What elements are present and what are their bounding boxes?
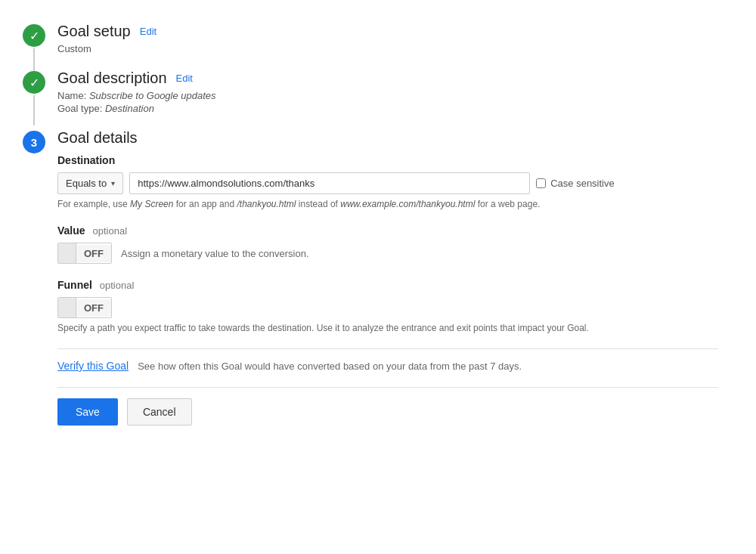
equals-to-label: Equals to [66,178,107,189]
type-value: Destination [105,103,154,114]
divider-2 [57,387,718,388]
checkmark-icon-2: ✓ [29,76,39,90]
hint-thankyou: /thankyou.html [237,199,296,209]
funnel-label: Funnel optional [57,279,718,291]
connector-line-2 [33,95,35,125]
funnel-toggle-handle [58,298,76,317]
dropdown-arrow-icon: ▾ [111,179,115,187]
step2-name: Name: Subscribe to Google updates [57,90,718,101]
step2-icon: ✓ [23,71,45,94]
hint-example: www.example.com/thankyou.html [340,199,475,209]
value-label: Value optional [57,224,718,237]
verify-goal-link[interactable]: Verify this Goal [57,360,129,372]
destination-input[interactable] [129,172,530,194]
type-label: Goal type: [57,103,102,114]
value-toggle-wrapper: OFF Assign a monetary value to the conve… [57,243,718,264]
step3-title: Goal details [57,129,138,147]
step2-header: Goal description Edit [57,70,718,87]
funnel-optional-label: optional [100,280,135,291]
step1-edit-link[interactable]: Edit [140,26,156,37]
step2-type: Goal type: Destination [57,103,718,114]
case-sensitive-row: Case sensitive [536,178,615,189]
goal-details-content: Destination Equals to ▾ Case sensitive [57,154,718,426]
funnel-toggle[interactable]: OFF [57,297,112,318]
hint-my-screen: My Screen [130,199,173,209]
funnel-section: Funnel optional OFF Specify a path you e… [57,279,718,333]
case-sensitive-label: Case sensitive [550,178,615,189]
step3-header: Goal details [57,129,718,147]
value-section: Value optional OFF Assign a monetary val… [57,224,718,264]
value-toggle-off: OFF [76,245,111,262]
funnel-toggle-off: OFF [76,299,111,317]
step3-content: Goal details Destination Equals to ▾ [57,129,718,426]
step3-container: 3 Goal details Destination Equals to ▾ [23,129,718,426]
save-button[interactable]: Save [57,398,118,426]
step1-subtitle: Custom [57,43,718,54]
case-sensitive-checkbox[interactable] [536,178,546,188]
funnel-toggle-wrapper: OFF [57,297,718,318]
funnel-description: Specify a path you expect traffic to tak… [57,323,662,333]
step2-content: Goal description Edit Name: Subscribe to… [57,70,718,116]
value-label-text: Value [57,224,85,237]
step1-content: Goal setup Edit Custom [57,23,718,56]
name-value: Subscribe to Google updates [89,90,216,101]
cancel-button[interactable]: Cancel [127,398,192,426]
steps-wrapper: ✓ Goal setup Edit Custom ✓ Goal descript… [23,15,718,426]
step1-container: ✓ Goal setup Edit Custom [23,23,718,56]
destination-label: Destination [57,154,718,166]
destination-hint: For example, use My Screen for an app an… [57,199,718,209]
equals-to-button[interactable]: Equals to ▾ [57,172,123,194]
checkmark-icon: ✓ [29,29,39,43]
step3-icon: 3 [23,131,45,153]
divider [57,348,718,349]
name-label: Name: [57,90,86,101]
step3-number: 3 [31,136,37,149]
destination-section: Destination Equals to ▾ Case sensitive [57,154,718,209]
verify-description: See how often this Goal would have conve… [138,361,522,372]
funnel-label-text: Funnel [57,279,92,291]
action-buttons: Save Cancel [57,398,718,426]
step2-edit-link[interactable]: Edit [176,73,193,84]
value-toggle[interactable]: OFF [57,243,112,264]
step1-title: Goal setup [57,23,131,40]
step1-header: Goal setup Edit [57,23,718,40]
step2-container: ✓ Goal description Edit Name: Subscribe … [23,70,718,116]
destination-row: Equals to ▾ Case sensitive [57,172,718,194]
value-optional-label: optional [92,225,127,237]
verify-row: Verify this Goal See how often this Goal… [57,360,718,372]
step1-icon: ✓ [23,24,45,47]
value-toggle-handle [58,243,76,263]
step2-title: Goal description [57,70,167,87]
value-description: Assign a monetary value to the conversio… [121,248,309,259]
